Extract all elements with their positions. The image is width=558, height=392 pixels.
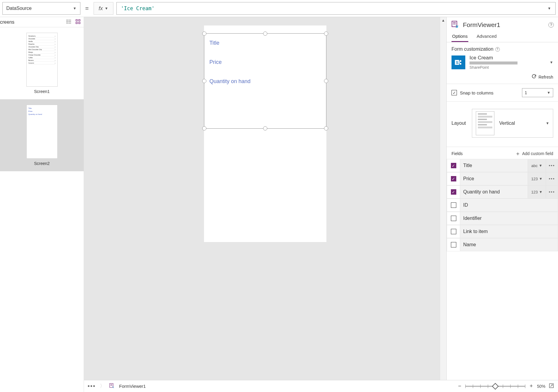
- form-field-title[interactable]: Title: [209, 40, 219, 46]
- layout-label: Layout: [452, 121, 466, 126]
- breadcrumb-menu-button[interactable]: •••: [88, 383, 96, 390]
- field-checkbox[interactable]: ✓: [451, 163, 456, 168]
- datasource-selector[interactable]: S Ice Cream SharePoint ▼: [452, 55, 553, 70]
- grid-view-icon[interactable]: [75, 19, 81, 25]
- help-icon[interactable]: ?: [548, 22, 554, 28]
- formula-bar: DataSource ▼ = fx ▼ 'Ice Cream' ▼: [0, 0, 558, 17]
- form-customization-section: Form customization ? S Ice Cream SharePo…: [447, 42, 558, 71]
- resize-handle-e[interactable]: [324, 79, 328, 83]
- field-name: Link to item: [460, 229, 558, 234]
- svg-text:S: S: [456, 60, 459, 64]
- field-name: Quantity on hand: [460, 189, 528, 195]
- field-row-id[interactable]: ID: [447, 199, 558, 212]
- resize-handle-sw[interactable]: [202, 126, 206, 130]
- snap-checkbox[interactable]: ✓: [452, 90, 457, 95]
- plus-icon: ＋: [515, 150, 520, 157]
- field-row-identifier[interactable]: Identifier: [447, 212, 558, 225]
- field-checkbox[interactable]: [451, 229, 456, 234]
- form-icon: [109, 383, 115, 390]
- zoom-slider[interactable]: [465, 386, 525, 387]
- zoom-slider-thumb[interactable]: [492, 383, 499, 390]
- layout-value: Vertical: [499, 121, 541, 126]
- field-row-name[interactable]: Name: [447, 238, 558, 251]
- field-checkbox[interactable]: ✓: [451, 176, 456, 181]
- field-row-quantity[interactable]: ✓ Quantity on hand 123▼ •••: [447, 185, 558, 199]
- tab-advanced[interactable]: Advanced: [476, 31, 497, 42]
- selected-control-name: FormViewer1: [463, 21, 545, 28]
- field-type-select[interactable]: abc▼: [528, 159, 546, 172]
- screen-thumb-1[interactable]: Strawberry› Chocolate› Vanilla› Pistachi…: [0, 27, 84, 99]
- chevron-down-icon: ▼: [546, 121, 549, 125]
- field-row-price[interactable]: ✓ Price 123▼ •••: [447, 172, 558, 185]
- layout-selector[interactable]: Vertical ▼: [472, 109, 553, 138]
- resize-handle-s[interactable]: [263, 126, 267, 130]
- equals-sign: =: [83, 5, 91, 12]
- tab-options[interactable]: Options: [452, 31, 468, 42]
- formula-expression: 'Ice Cream': [121, 5, 155, 11]
- breadcrumb-chevron-icon: 〉: [100, 383, 105, 389]
- property-name: DataSource: [6, 6, 32, 11]
- properties-tabs: Options Advanced: [447, 31, 558, 42]
- svg-rect-9: [79, 22, 80, 24]
- refresh-icon: [531, 74, 537, 80]
- field-more-button[interactable]: •••: [546, 172, 558, 185]
- property-dropdown[interactable]: DataSource ▼: [2, 2, 80, 15]
- chevron-down-icon: ▼: [105, 6, 108, 10]
- refresh-button[interactable]: Refresh: [447, 71, 558, 84]
- screen-thumb-label: Screen1: [34, 89, 50, 94]
- fx-dropdown[interactable]: fx ▼: [94, 2, 113, 15]
- field-name: Price: [460, 176, 528, 181]
- field-row-link[interactable]: Link to item: [447, 225, 558, 238]
- properties-header: FormViewer1 ?: [447, 17, 558, 31]
- datasource-name: Ice Cream: [470, 55, 545, 61]
- field-row-title[interactable]: ✓ Title abc▼ •••: [447, 159, 558, 172]
- svg-point-4: [67, 21, 68, 22]
- chevron-down-icon: ▼: [550, 60, 553, 64]
- form-icon: [451, 20, 459, 29]
- screen-thumb-label: Screen2: [34, 161, 50, 166]
- form-field-price[interactable]: Price: [209, 59, 222, 65]
- field-type-select[interactable]: 123▼: [528, 172, 546, 185]
- field-more-button[interactable]: •••: [546, 186, 558, 198]
- datasource-account-masked: [470, 61, 518, 64]
- field-checkbox[interactable]: ✓: [451, 189, 456, 195]
- zoom-in-button[interactable]: +: [528, 383, 534, 389]
- canvas[interactable]: Title Price Quantity on hand ▲ ▼: [84, 17, 446, 392]
- screen-thumb-preview: Strawberry› Chocolate› Vanilla› Pistachi…: [26, 33, 58, 87]
- field-name: Identifier: [460, 216, 558, 221]
- chevron-down-icon: ▼: [548, 6, 551, 10]
- breadcrumb-control[interactable]: FormViewer1: [119, 384, 146, 389]
- form-customization-title: Form customization ?: [452, 46, 553, 52]
- resize-handle-ne[interactable]: [324, 31, 328, 36]
- refresh-label: Refresh: [538, 75, 553, 79]
- zoom-out-button[interactable]: −: [457, 383, 463, 389]
- help-icon[interactable]: ?: [495, 47, 500, 52]
- canvas-scrollbar[interactable]: ▲ ▼: [440, 17, 446, 392]
- formula-input[interactable]: 'Ice Cream' ▼: [116, 2, 556, 15]
- resize-handle-se[interactable]: [324, 126, 328, 130]
- status-bar: ••• 〉 FormViewer1 − + 50%: [84, 380, 558, 392]
- scroll-up-icon[interactable]: ▲: [442, 18, 445, 22]
- screen-thumb-preview: Title Price Quantity on hand: [26, 105, 58, 159]
- columns-select[interactable]: 1 ▼: [522, 88, 553, 97]
- list-view-icon[interactable]: [66, 19, 72, 25]
- chevron-down-icon: ▼: [547, 91, 550, 95]
- resize-handle-nw[interactable]: [202, 31, 206, 36]
- field-more-button[interactable]: •••: [546, 159, 558, 172]
- fit-to-window-button[interactable]: [548, 383, 554, 390]
- resize-handle-w[interactable]: [202, 79, 206, 83]
- resize-handle-n[interactable]: [263, 31, 267, 36]
- screens-panel: creens Strawberry› Chocolate› Vanilla› P…: [0, 17, 84, 392]
- field-checkbox[interactable]: [451, 202, 456, 208]
- field-checkbox[interactable]: [451, 242, 456, 247]
- add-custom-field-button[interactable]: ＋ Add custom field: [515, 150, 554, 157]
- form-field-quantity[interactable]: Quantity on hand: [209, 78, 250, 85]
- screens-title: creens: [0, 19, 14, 25]
- field-checkbox[interactable]: [451, 216, 456, 221]
- screen-thumb-2[interactable]: Title Price Quantity on hand Screen2: [0, 99, 84, 171]
- fields-header: Fields ＋ Add custom field: [447, 147, 558, 159]
- fields-list: ✓ Title abc▼ ••• ✓ Price 123▼ ••• ✓ Quan…: [447, 159, 558, 251]
- field-type-select[interactable]: 123▼: [528, 186, 546, 198]
- sharepoint-icon: S: [452, 55, 465, 69]
- field-name: Title: [460, 163, 528, 168]
